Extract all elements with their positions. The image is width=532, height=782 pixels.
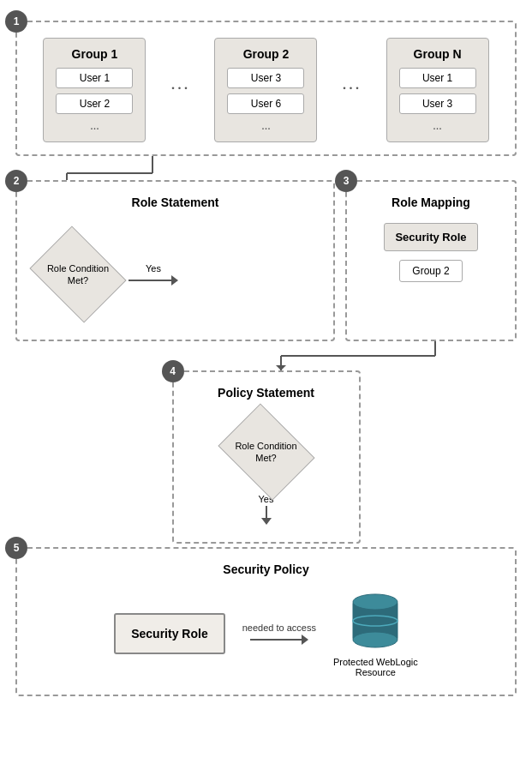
- security-policy-row: Security Role needed to access: [34, 590, 498, 677]
- diagram-container: 1 Group 1 User 1 User 2 ... ... Group 2 …: [0, 0, 532, 713]
- group-n-user-3: User 3: [399, 93, 476, 114]
- yes-arrow-head: [171, 275, 178, 286]
- database-icon: [350, 590, 401, 652]
- section-4-yes-line: [266, 506, 267, 518]
- section-4-yes-arrow: [261, 518, 272, 525]
- group-1-user-1: User 1: [56, 68, 133, 88]
- sections-2-3-row: 2 Role Statement Role Condition Met? Yes: [15, 180, 517, 341]
- section-2: 2 Role Statement Role Condition Met? Yes: [15, 180, 335, 341]
- section-1-number: 1: [5, 10, 27, 33]
- section-5: 5 Security Policy Security Role needed t…: [15, 547, 517, 696]
- database-container: Protected WebLogic Resource: [333, 590, 418, 677]
- section-3-title: Role Mapping: [361, 196, 501, 209]
- group-n-user-1: User 1: [399, 68, 476, 88]
- section-5-security-role: Security Role: [114, 613, 224, 654]
- section-4-diamond-text: Role Condition Met?: [235, 440, 296, 465]
- section-4: 4 Policy Statement Role Condition Met? Y…: [172, 370, 361, 544]
- group-2-box: Group 2 User 3 User 6 ...: [214, 38, 317, 142]
- section-3-inner: Security Role Group 2: [361, 223, 501, 282]
- group-1-dots: ...: [56, 119, 133, 133]
- svg-point-8: [353, 594, 398, 610]
- group-n-dots: ...: [399, 119, 476, 133]
- connector-1-2-svg: [15, 156, 187, 180]
- needed-arrow-head: [302, 635, 308, 645]
- section-2-number: 2: [5, 170, 27, 192]
- needed-to-access-arrow: needed to access: [242, 623, 316, 645]
- group-2-user-6: User 6: [227, 93, 304, 114]
- section-5-number: 5: [5, 537, 27, 559]
- section-2-yes-label: Yes: [146, 263, 161, 274]
- db-label-text: Protected WebLogic Resource: [333, 657, 418, 677]
- section-3-security-role: Security Role: [384, 223, 477, 251]
- section-3: 3 Role Mapping Security Role Group 2: [345, 180, 517, 341]
- section-4-wrap: 4 Policy Statement Role Condition Met? Y…: [15, 370, 517, 544]
- section-4-title: Policy Statement: [200, 386, 333, 400]
- group-1-title: Group 1: [56, 47, 133, 61]
- section-5-title: Security Policy: [34, 562, 498, 576]
- section-4-number: 4: [162, 360, 184, 382]
- group-2-dots: ...: [227, 119, 304, 133]
- svg-point-10: [353, 632, 398, 647]
- group-n-box: Group N User 1 User 3 ...: [386, 38, 489, 142]
- groups-row: Group 1 User 1 User 2 ... ... Group 2 Us…: [31, 38, 501, 142]
- section-3-group2: Group 2: [399, 260, 462, 282]
- connector-3-4-svg: [15, 341, 517, 370]
- group-n-title: Group N: [399, 47, 476, 61]
- section-2-title: Role Statement: [31, 196, 320, 209]
- group-1-user-2: User 2: [56, 93, 133, 114]
- between-dots: ...: [170, 38, 190, 94]
- section-1: 1 Group 1 User 1 User 2 ... ... Group 2 …: [15, 21, 517, 156]
- between-dots-2: ...: [342, 38, 362, 94]
- needed-label-text: needed to access: [242, 623, 316, 633]
- section-3-number: 3: [335, 170, 357, 192]
- group-1-box: Group 1 User 1 User 2 ...: [43, 38, 146, 142]
- group-2-user-3: User 3: [227, 68, 304, 88]
- yes-arrow-line: [129, 280, 171, 281]
- needed-arrow-line: [250, 639, 302, 641]
- group-2-title: Group 2: [227, 47, 304, 61]
- section-2-diamond-text: Role Condition Met?: [47, 262, 109, 287]
